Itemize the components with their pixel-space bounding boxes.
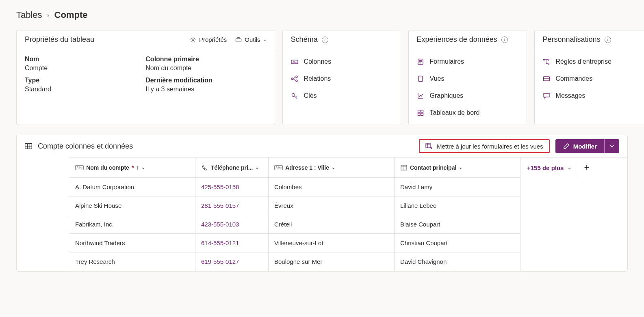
column-label: Nom du compte bbox=[86, 164, 129, 171]
svg-rect-11 bbox=[421, 110, 423, 113]
svg-rect-20 bbox=[401, 165, 407, 170]
data-section-title: Compte colonnes et données bbox=[38, 142, 133, 151]
update-icon bbox=[425, 142, 433, 150]
link-label: Relations bbox=[304, 75, 331, 82]
cell-contact[interactable]: Liliane Lebec bbox=[395, 196, 520, 215]
dashboards-link[interactable]: Tableaux de bord bbox=[417, 109, 518, 116]
chevron-down-icon bbox=[609, 144, 614, 149]
table-row[interactable]: Trey Research619-555-0127Boulogne sur Me… bbox=[69, 252, 627, 271]
column-label: Téléphone pri... bbox=[211, 164, 253, 171]
chevron-down-icon: ⌄ bbox=[459, 165, 462, 170]
tools-button-label: Outils bbox=[245, 36, 260, 43]
svg-rect-10 bbox=[418, 110, 420, 113]
svg-point-5 bbox=[296, 76, 297, 78]
card-title: Propriétés du tableau bbox=[25, 35, 94, 44]
cell-name[interactable]: A. Datum Corporation bbox=[69, 178, 195, 196]
column-header-contact[interactable]: Contact principal ⌄ bbox=[395, 157, 520, 178]
cell-phone[interactable]: 614-555-0121 bbox=[195, 234, 269, 252]
forms-link[interactable]: Formulaires bbox=[417, 58, 518, 65]
modify-split-button[interactable] bbox=[604, 139, 619, 153]
card-title: Schéma bbox=[291, 35, 318, 44]
views-icon bbox=[417, 75, 424, 82]
relations-link[interactable]: Relations bbox=[291, 75, 392, 82]
views-link[interactable]: Vues bbox=[417, 75, 518, 82]
table-row[interactable]: Fabrikam, Inc.423-555-0103CréteilBlaise … bbox=[69, 215, 627, 234]
data-table: Abc Nom du compte * ↑ ⌄ Téléphone pri...… bbox=[69, 157, 627, 271]
properties-button[interactable]: Propriétés bbox=[189, 36, 227, 43]
cell-city[interactable]: Créteil bbox=[269, 215, 395, 234]
cell-name[interactable]: Alpine Ski House bbox=[69, 196, 195, 215]
cell-city[interactable]: Villeneuve-sur-Lot bbox=[269, 234, 395, 252]
cell-name[interactable]: Northwind Traders bbox=[69, 234, 195, 252]
column-header-city[interactable]: Abc Adresse 1 : Ville ⌄ bbox=[269, 157, 395, 178]
cell-city[interactable]: Colombes bbox=[269, 178, 395, 196]
column-label: Contact principal bbox=[410, 164, 456, 171]
table-row[interactable]: A. Datum Corporation425-555-0158Colombes… bbox=[69, 178, 627, 196]
charts-link[interactable]: Graphiques bbox=[417, 92, 518, 99]
cell-contact[interactable]: Christian Coupart bbox=[395, 234, 520, 252]
chevron-down-icon: ⌄ bbox=[255, 165, 259, 170]
keys-link[interactable]: Clés bbox=[291, 92, 392, 99]
cell-city[interactable]: Boulogne sur Mer bbox=[269, 252, 395, 271]
columns-link[interactable]: Abc Colonnes bbox=[291, 58, 392, 65]
svg-point-14 bbox=[543, 59, 544, 60]
tools-button[interactable]: Outils ⌄ bbox=[235, 36, 266, 43]
link-label: Clés bbox=[304, 92, 317, 99]
cell-city[interactable]: Évreux bbox=[269, 196, 395, 215]
chevron-down-icon: ⌄ bbox=[141, 165, 145, 170]
chevron-right-icon: › bbox=[47, 11, 50, 19]
phone-icon bbox=[201, 164, 208, 171]
dashboard-icon bbox=[417, 109, 424, 116]
table-row[interactable]: Northwind Traders614-555-0121Villeneuve-… bbox=[69, 234, 627, 252]
more-columns-button[interactable]: +155 de plus ⌄ bbox=[520, 157, 578, 178]
business-rules-link[interactable]: Règles d'entreprise bbox=[543, 58, 641, 65]
info-icon[interactable]: i bbox=[605, 37, 611, 43]
column-label: Adresse 1 : Ville bbox=[285, 164, 329, 171]
svg-point-16 bbox=[548, 63, 549, 65]
link-label: Vues bbox=[430, 75, 445, 82]
cell-phone[interactable]: 619-555-0127 bbox=[195, 252, 269, 271]
required-indicator: * bbox=[132, 164, 134, 171]
update-forms-views-button[interactable]: Mettre à jour les formulaires et les vue… bbox=[419, 139, 550, 153]
cell-contact[interactable]: Blaise Coupart bbox=[395, 215, 520, 234]
add-column-button[interactable]: + bbox=[578, 157, 595, 178]
cell-contact[interactable]: David Chavignon bbox=[395, 252, 520, 271]
link-label: Graphiques bbox=[430, 92, 464, 99]
plus-icon: + bbox=[584, 162, 589, 173]
info-icon[interactable]: i bbox=[322, 37, 328, 43]
chart-icon bbox=[417, 92, 424, 99]
card-title: Expériences de données bbox=[417, 35, 497, 44]
cell-name[interactable]: Fabrikam, Inc. bbox=[69, 215, 195, 234]
svg-point-4 bbox=[291, 78, 293, 80]
chevron-down-icon: ⌄ bbox=[263, 37, 267, 42]
cell-contact[interactable]: David Lamy bbox=[395, 178, 520, 196]
prop-primary-label: Colonne primaire bbox=[145, 56, 266, 63]
table-row[interactable]: Alpine Ski House281-555-0157ÉvreuxLilian… bbox=[69, 196, 627, 215]
svg-rect-12 bbox=[418, 113, 420, 116]
commands-link[interactable]: Commandes bbox=[543, 75, 641, 82]
schema-card: Schéma i Abc Colonnes bbox=[282, 30, 401, 125]
cell-phone[interactable]: 425-555-0158 bbox=[195, 178, 269, 196]
prop-modified-value: Il y a 3 semaines bbox=[145, 86, 266, 93]
svg-text:Abc: Abc bbox=[293, 61, 297, 63]
commands-icon bbox=[543, 75, 550, 82]
messages-link[interactable]: Messages bbox=[543, 92, 641, 99]
prop-type-label: Type bbox=[25, 77, 145, 84]
modify-button-label: Modifier bbox=[573, 143, 597, 150]
breadcrumb-parent[interactable]: Tables bbox=[16, 10, 42, 20]
cell-phone[interactable]: 423-555-0103 bbox=[195, 215, 269, 234]
table-icon bbox=[25, 142, 32, 150]
column-header-phone[interactable]: Téléphone pri... ⌄ bbox=[195, 157, 269, 178]
column-header-name[interactable]: Abc Nom du compte * ↑ ⌄ bbox=[69, 157, 195, 178]
svg-rect-9 bbox=[418, 76, 423, 82]
cell-phone[interactable]: 281-555-0157 bbox=[195, 196, 269, 215]
info-icon[interactable]: i bbox=[501, 37, 508, 43]
gear-icon bbox=[189, 36, 197, 43]
lookup-icon bbox=[400, 164, 408, 171]
rules-icon bbox=[543, 58, 550, 65]
data-experiences-card: Expériences de données i Formulaires bbox=[408, 30, 527, 125]
cell-name[interactable]: Trey Research bbox=[69, 252, 195, 271]
modify-button[interactable]: Modifier bbox=[555, 139, 619, 153]
prop-type-value: Standard bbox=[25, 86, 145, 93]
breadcrumb-current: Compte bbox=[54, 10, 88, 20]
